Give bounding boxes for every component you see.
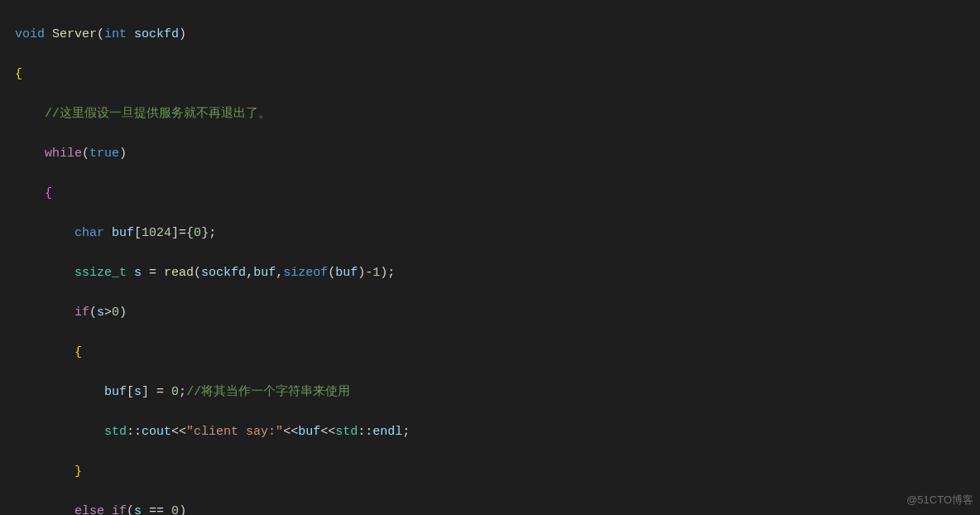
code-line: if(s>0) — [15, 303, 980, 323]
type-int: int — [104, 27, 127, 41]
namespace-std: std — [104, 425, 127, 439]
comment: //将其当作一个字符串来使用 — [186, 385, 350, 399]
code-line: ssize_t s = read(sockfd,buf,sizeof(buf)-… — [15, 263, 980, 283]
keyword-true: true — [89, 147, 119, 161]
number: 0 — [171, 504, 179, 515]
keyword-if: if — [112, 504, 127, 515]
code-line: std::cout<<"client say:"<<buf<<std::endl… — [15, 422, 980, 442]
code-line: while(true) — [15, 144, 980, 164]
number: 0 — [194, 226, 201, 240]
var: s — [134, 385, 142, 399]
cout: cout — [142, 425, 171, 439]
number: 1 — [372, 266, 380, 280]
keyword-void: void — [15, 27, 45, 41]
var-buf: buf — [112, 226, 134, 240]
var: buf — [298, 425, 320, 439]
comment: //这里假设一旦提供服务就不再退出了。 — [45, 107, 271, 121]
keyword-else: else — [74, 504, 104, 515]
code-line: { — [15, 65, 980, 84]
code-line: char buf[1024]={0}; — [15, 224, 980, 243]
var: buf — [253, 266, 276, 280]
keyword-sizeof: sizeof — [283, 266, 328, 280]
code-line: //这里假设一旦提供服务就不再退出了。 — [15, 104, 980, 124]
function-name: Server — [52, 27, 97, 41]
var: buf — [104, 385, 127, 399]
var: sockfd — [201, 266, 246, 280]
code-line: { — [15, 184, 980, 204]
code-line: buf[s] = 0;//将其当作一个字符串来使用 — [15, 383, 980, 402]
func-read: read — [164, 266, 194, 280]
var: buf — [335, 266, 358, 280]
var: s — [134, 504, 142, 515]
code-editor[interactable]: void Server(int sockfd) { //这里假设一旦提供服务就不… — [0, 0, 980, 515]
number: 1024 — [142, 226, 171, 240]
code-line: else if(s == 0) — [15, 502, 980, 515]
keyword-while: while — [45, 147, 82, 161]
code-line: } — [15, 462, 980, 482]
number: 0 — [171, 385, 179, 399]
endl: endl — [372, 425, 402, 439]
number: 0 — [112, 306, 119, 320]
code-line: void Server(int sockfd) — [15, 25, 980, 45]
watermark: @51CTO博客 — [906, 490, 973, 510]
var-s: s — [134, 266, 142, 280]
keyword-if: if — [74, 306, 89, 320]
type-ssize_t: ssize_t — [74, 266, 127, 280]
string: "client say:" — [186, 425, 283, 439]
var: s — [97, 306, 104, 320]
code-line: { — [15, 343, 980, 363]
param-sockfd: sockfd — [134, 27, 179, 41]
namespace-std: std — [335, 425, 358, 439]
type-char: char — [74, 226, 104, 240]
